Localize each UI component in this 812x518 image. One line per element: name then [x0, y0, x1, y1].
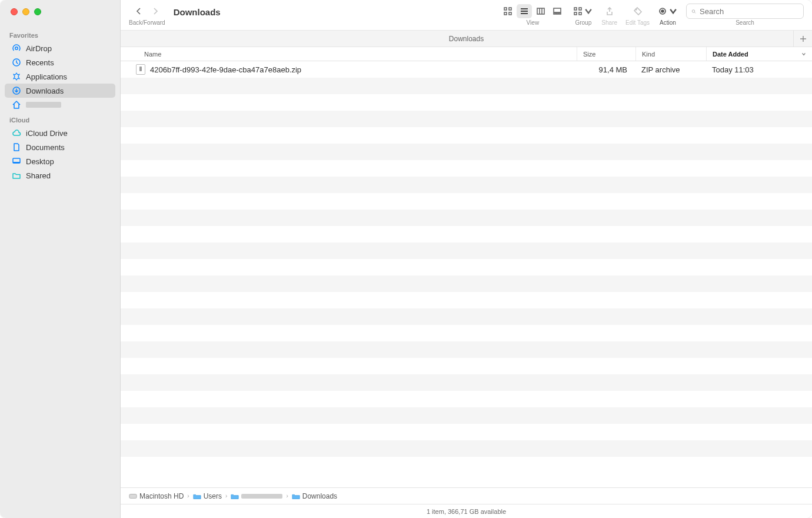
svg-rect-9	[537, 8, 544, 14]
share-button[interactable]	[602, 4, 617, 18]
svg-rect-7	[504, 12, 507, 15]
sidebar-item-label-redacted	[26, 102, 61, 108]
svg-point-0	[15, 47, 18, 50]
svg-rect-10	[554, 8, 561, 12]
svg-rect-4	[13, 162, 20, 163]
clock-icon	[12, 58, 21, 67]
search-input[interactable]	[700, 7, 798, 16]
tab-title[interactable]: Downloads	[449, 35, 484, 43]
sidebar-item-label: Recents	[26, 58, 54, 67]
svg-rect-15	[579, 8, 581, 10]
plus-icon	[800, 35, 807, 42]
sidebar-item-label: Documents	[26, 143, 65, 152]
group-button[interactable]	[573, 4, 593, 18]
path-separator: ›	[286, 493, 288, 499]
toolbar-search-group: Search	[686, 4, 804, 26]
back-button[interactable]	[131, 4, 147, 18]
sidebar-item-label: Downloads	[26, 87, 64, 95]
sidebar-item-label: Applications	[26, 72, 67, 81]
svg-rect-14	[574, 8, 577, 10]
column-date-added[interactable]: Date Added	[706, 47, 812, 61]
sidebar-section-icloud: iCloud	[0, 112, 120, 126]
action-label: Action	[660, 20, 676, 26]
forward-button[interactable]	[148, 4, 163, 18]
column-kind[interactable]: Kind	[635, 47, 706, 61]
svg-rect-17	[579, 12, 581, 15]
zoom-window-button[interactable]	[34, 8, 41, 15]
window-title: Downloads	[174, 4, 221, 17]
sidebar-item-label: iCloud Drive	[26, 129, 68, 138]
file-list[interactable]: 4206b7ff-d993-42fe-9dae-cba47a7e8aeb.zip…	[121, 61, 812, 487]
sidebar-item-applications[interactable]: Applications	[5, 69, 115, 84]
path-item-label-redacted	[241, 494, 282, 499]
view-gallery-button[interactable]	[550, 4, 565, 18]
svg-rect-5	[504, 8, 507, 10]
add-tab-button[interactable]	[793, 31, 812, 47]
file-size: 91,4 MB	[577, 65, 635, 74]
file-kind: ZIP archive	[635, 65, 706, 74]
toolbar-view-group: View	[500, 4, 565, 26]
tab-bar: Downloads	[121, 31, 812, 47]
view-icons-button[interactable]	[500, 4, 515, 18]
sidebar-section-favorites: Favorites	[0, 27, 120, 41]
sidebar: Favorites AirDrop Recents Applications D…	[0, 0, 121, 518]
view-columns-button[interactable]	[533, 4, 548, 18]
status-bar: 1 item, 366,71 GB available	[121, 504, 812, 518]
path-separator: ›	[225, 493, 227, 499]
home-icon	[12, 100, 21, 109]
status-text: 1 item, 366,71 GB available	[427, 508, 506, 515]
svg-rect-13	[559, 13, 561, 14]
zip-file-icon	[136, 64, 145, 75]
shared-folder-icon	[12, 171, 21, 180]
path-item-downloads[interactable]: Downloads	[292, 492, 337, 500]
svg-rect-11	[554, 13, 555, 14]
search-label: Search	[736, 20, 754, 26]
main-pane: Back/Forward Downloads	[121, 0, 812, 518]
sidebar-item-label: Shared	[26, 171, 51, 180]
toolbar-share-group: Share	[601, 4, 617, 26]
path-separator: ›	[187, 493, 189, 499]
toolbar: Back/Forward Downloads	[121, 0, 812, 31]
view-label: View	[527, 20, 540, 26]
edit-tags-button[interactable]	[630, 4, 645, 18]
file-date: Today 11:03	[706, 65, 812, 74]
close-window-button[interactable]	[11, 8, 18, 15]
sidebar-item-airdrop[interactable]: AirDrop	[5, 41, 115, 55]
svg-point-20	[661, 10, 664, 12]
svg-rect-22	[129, 494, 137, 498]
minimize-window-button[interactable]	[22, 8, 29, 15]
file-name-cell: 4206b7ff-d993-42fe-9dae-cba47a7e8aeb.zip	[121, 64, 577, 75]
sidebar-item-desktop[interactable]: Desktop	[5, 154, 115, 168]
window-controls	[0, 8, 120, 27]
column-name[interactable]: Name	[121, 47, 577, 61]
view-list-button[interactable]	[517, 4, 532, 18]
toolbar-tags-group: Edit Tags	[625, 4, 650, 26]
path-item-users[interactable]: Users	[193, 492, 222, 500]
airdrop-icon	[12, 44, 21, 53]
path-item-disk[interactable]: Macintosh HD	[129, 492, 184, 500]
sidebar-item-label: AirDrop	[26, 44, 52, 53]
svg-rect-16	[574, 12, 577, 15]
folder-icon	[231, 493, 239, 500]
sidebar-item-documents[interactable]: Documents	[5, 140, 115, 154]
action-button[interactable]	[658, 4, 678, 18]
svg-rect-12	[557, 13, 558, 14]
sidebar-item-downloads[interactable]: Downloads	[5, 84, 115, 98]
toolbar-action-group: Action	[658, 4, 678, 26]
sidebar-item-recents[interactable]: Recents	[5, 55, 115, 69]
cloud-icon	[12, 128, 21, 138]
disk-icon	[129, 493, 137, 500]
search-box[interactable]	[686, 4, 804, 19]
sidebar-item-shared[interactable]: Shared	[5, 168, 115, 182]
column-size[interactable]: Size	[577, 47, 635, 61]
chevron-down-icon	[801, 52, 806, 57]
table-row[interactable]: 4206b7ff-d993-42fe-9dae-cba47a7e8aeb.zip…	[121, 61, 812, 78]
sidebar-item-icloud-drive[interactable]: iCloud Drive	[5, 126, 115, 140]
toolbar-back-forward-group: Back/Forward	[129, 4, 165, 26]
desktop-icon	[12, 157, 21, 166]
download-circle-icon	[12, 86, 21, 95]
sidebar-item-home[interactable]	[5, 98, 115, 112]
document-icon	[12, 142, 21, 152]
path-item-home[interactable]	[231, 493, 282, 500]
empty-rows	[121, 78, 812, 457]
